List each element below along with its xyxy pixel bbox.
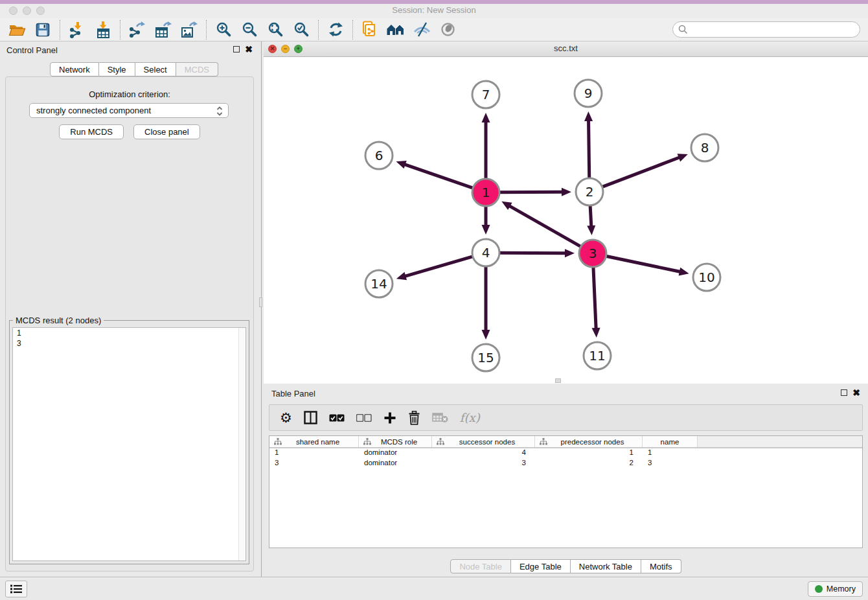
splitter-grip[interactable] [259,297,262,307]
edge-1-6[interactable] [404,164,472,188]
close-panel-icon[interactable]: ✖ [245,46,253,52]
tab-select[interactable]: Select [135,62,176,76]
memory-label: Memory [827,584,856,594]
table-settings-button[interactable]: ⚙ [280,411,292,424]
hide-selected-button[interactable] [409,19,435,41]
column-header-name[interactable]: name [643,436,698,447]
run-mcds-button[interactable]: Run MCDS [59,124,124,139]
tab-mcds[interactable]: MCDS [176,62,218,76]
float-table-panel-icon[interactable] [841,389,847,396]
toolbar-separator [318,20,319,40]
export-image-button[interactable] [176,19,202,41]
criterion-dropdown[interactable]: strongly connected component [29,103,229,118]
first-neighbors-button[interactable] [383,19,409,41]
table-body: 1dominator4113dominator323 [269,448,862,469]
edge-3-10[interactable] [607,257,681,272]
table-row[interactable]: 3dominator323 [269,459,862,469]
edge-arrowhead [396,161,406,168]
close-table-panel-icon[interactable]: ✖ [852,389,860,396]
import-network-button[interactable] [64,19,90,41]
tab-style[interactable]: Style [99,62,135,76]
deselect-all-button[interactable] [356,414,372,422]
column-header-predecessor-nodes[interactable]: predecessor nodes [535,436,643,447]
network-window-title: scc.txt [264,43,868,53]
tab-edge-table[interactable]: Edge Table [511,559,571,573]
network-view-window: ✕ − + scc.txt 1234678910111415 [264,41,868,384]
edge-arrowhead [482,113,490,122]
delete-column-button[interactable] [408,411,420,425]
function-builder-button[interactable]: f(x) [460,411,480,424]
hierarchy-icon [540,438,547,445]
network-canvas-svg[interactable]: 1234678910111415 [264,57,868,384]
edge-2-8[interactable] [603,157,681,187]
import-network-icon [69,21,86,38]
network-bottom-grip[interactable] [555,378,561,383]
vertical-splitter[interactable] [259,41,264,577]
task-history-button[interactable] [5,581,27,597]
edge-4-14[interactable] [404,257,472,277]
create-column-button[interactable] [383,411,396,424]
zoom-out-icon [242,21,258,38]
table-row[interactable]: 1dominator411 [269,448,862,459]
add-plus-icon [383,411,396,424]
column-header-successor-nodes[interactable]: successor nodes [432,436,535,447]
select-all-button[interactable] [329,414,345,422]
column-header-shared-name[interactable]: shared name [269,436,359,447]
zoom-in-button[interactable] [211,19,236,41]
edge-3-11[interactable] [593,268,596,330]
node-label-11: 11 [589,348,605,363]
control-panel-tabs: NetworkStyleSelectMCDS [50,62,218,76]
edge-4-3[interactable] [500,253,567,253]
search-input[interactable] [692,23,860,36]
memory-button[interactable]: Memory [808,581,863,597]
result-item[interactable]: 1 [13,328,246,338]
result-scrollbar-track[interactable] [238,328,246,560]
zoom-selected-button[interactable] [288,19,314,41]
tab-network-table[interactable]: Network Table [571,559,641,573]
export-table-button[interactable] [150,19,176,41]
column-header-MCDS-role[interactable]: MCDS role [359,436,432,447]
cell: 1 [535,448,643,459]
node-table[interactable]: shared nameMCDS rolesuccessor nodesprede… [269,435,863,548]
zoom-fit-button[interactable] [262,19,288,41]
tab-motifs[interactable]: Motifs [641,559,681,573]
save-session-button[interactable] [30,19,56,41]
node-label-10: 10 [698,270,714,285]
show-all-button[interactable] [435,19,461,41]
close-panel-button[interactable]: Close panel [133,124,200,139]
network-window-titlebar[interactable]: ✕ − + scc.txt [264,41,868,57]
zoom-fit-icon [268,21,284,38]
zoom-in-icon [216,21,232,38]
open-session-button[interactable] [4,19,30,41]
window-titlebar: Session: New Session [0,4,868,18]
edge-2-3[interactable] [590,206,591,227]
search-icon [678,25,688,34]
cell: dominator [359,448,432,459]
tab-network[interactable]: Network [50,62,99,76]
search-field[interactable] [672,21,860,38]
table-toolbar: ⚙ [269,404,863,431]
network-canvas[interactable]: 1234678910111415 [264,57,868,384]
import-table-button[interactable] [90,19,116,41]
edge-arrowhead [396,272,407,280]
edge-arrowhead [482,330,490,340]
edge-2-9[interactable] [589,119,589,178]
export-image-icon [181,21,198,38]
refresh-button[interactable] [323,19,348,41]
table-panel-title: Table Panel [271,389,315,398]
result-item[interactable]: 3 [13,338,246,349]
criterion-value: strongly connected component [36,106,151,115]
tab-node-table[interactable]: Node Table [450,559,511,573]
float-panel-icon[interactable] [233,46,240,52]
edge-3-1[interactable] [508,205,580,246]
open-folder-icon [8,23,26,37]
mcds-result-list[interactable]: 13 [12,327,246,561]
cell: 2 [535,459,643,469]
show-column-panel-button[interactable] [304,411,317,424]
zoom-out-button[interactable] [236,19,262,41]
edge-1-2[interactable] [500,192,564,192]
new-network-from-selection-button[interactable] [357,19,383,41]
delete-table-button[interactable] [432,412,448,423]
node-label-1: 1 [482,185,490,200]
export-network-button[interactable] [124,19,150,41]
